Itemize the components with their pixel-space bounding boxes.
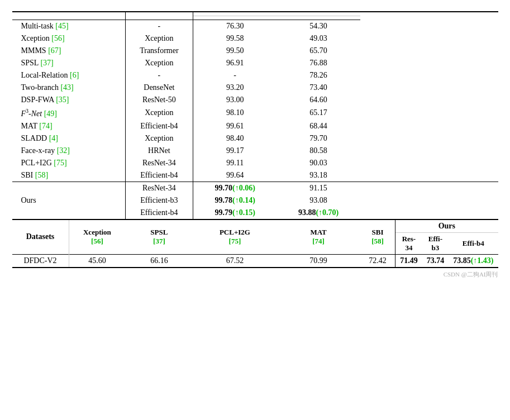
- table-row: DSP-FWA [35]ResNet-5093.0064.60: [12, 94, 498, 106]
- ff-cell: 99.58: [193, 32, 277, 45]
- ours-celeb-cell: 91.15: [277, 182, 360, 194]
- ff-cell: 98.10: [193, 106, 277, 120]
- bottom-value-cell: 45.60: [69, 254, 125, 268]
- ours-ff-cell: 99.78(↑0.14): [193, 194, 277, 207]
- method-header-1: SPSL[37]: [125, 219, 193, 255]
- ours-label: Ours: [12, 182, 126, 219]
- bottom-value-cell: 73.85(↑1.43): [449, 254, 498, 268]
- ours-ff-cell: 99.70(↑0.06): [193, 182, 277, 194]
- table-row: SPSL [37]Xception96.9176.88: [12, 57, 498, 69]
- bottom-value-cell: 73.74: [422, 254, 449, 268]
- backbone-cell: ResNet-34: [125, 157, 193, 169]
- ff-cell: 93.00: [193, 94, 277, 106]
- ours-row: OursResNet-3499.70(↑0.06)91.15: [12, 182, 498, 194]
- testset-header: [193, 12, 360, 16]
- celeb-cell: 93.18: [277, 169, 360, 182]
- model-cell: Face-x-ray [32]: [12, 145, 126, 157]
- ours-sub-header-2: Effi-b4: [449, 232, 498, 254]
- ours-body: OursResNet-3499.70(↑0.06)91.15Efficient-…: [12, 182, 498, 219]
- table-row: Local-Relation [6]--78.26: [12, 69, 498, 82]
- table-row: MMMS [67]Transformer99.5065.70: [12, 45, 498, 57]
- bottom-value-cell: 66.16: [125, 254, 193, 268]
- ours-celeb-cell: 93.08: [277, 194, 360, 207]
- backbone-cell: DenseNet: [125, 82, 193, 94]
- ours-backbone-cell: Efficient-b4: [125, 207, 193, 219]
- table-row: Xception [56]Xception99.5849.03: [12, 32, 498, 45]
- bottom-header-row1: DatasetsXception[56]SPSL[37]PCL+I2G[75]M…: [12, 219, 498, 233]
- model-cell: F3-Net [49]: [12, 106, 126, 120]
- ours-celeb-cell: 93.88(↑0.70): [277, 207, 360, 219]
- bottom-value-cell: 70.99: [277, 254, 360, 268]
- celeb-cell: 65.17: [277, 106, 360, 120]
- table-row: PCL+I2G [75]ResNet-3499.1190.03: [12, 157, 498, 169]
- ff-cell: 96.91: [193, 57, 277, 69]
- table-row: SBI [58]Efficient-b499.6493.18: [12, 169, 498, 182]
- bottom-value-cell: 71.49: [395, 254, 422, 268]
- bottom-body: DFDC-V245.6066.1667.5270.9972.4271.4973.…: [12, 254, 498, 268]
- backbone-cell: Transformer: [125, 45, 193, 57]
- table-row: Two-branch [43]DenseNet93.2073.40: [12, 82, 498, 94]
- ff-cell: 99.64: [193, 169, 277, 182]
- model-cell: Xception [56]: [12, 32, 126, 45]
- celeb-header: [277, 16, 360, 20]
- model-cell: DSP-FWA [35]: [12, 94, 126, 106]
- ff-cell: 99.11: [193, 157, 277, 169]
- backbone-cell: ResNet-50: [125, 94, 193, 106]
- backbone-cell: HRNet: [125, 145, 193, 157]
- main-body: Multi-task [45]-76.3054.30Xception [56]X…: [12, 20, 498, 182]
- backbone-cell: -: [125, 20, 193, 33]
- ff-cell: 99.61: [193, 120, 277, 132]
- ours-backbone-cell: Efficient-b3: [125, 194, 193, 207]
- backbone-cell: Xception: [125, 106, 193, 120]
- ours-sub-header-0: Res-34: [395, 232, 422, 254]
- backbone-cell: Efficient-b4: [125, 120, 193, 132]
- models-header: [12, 12, 126, 20]
- ff-cell: 76.30: [193, 20, 277, 33]
- celeb-cell: 80.58: [277, 145, 360, 157]
- ours-ff-cell: 99.79(↑0.15): [193, 207, 277, 219]
- celeb-cell: 73.40: [277, 82, 360, 94]
- backbone-cell: Efficient-b4: [125, 169, 193, 182]
- bottom-data-row: DFDC-V245.6066.1667.5270.9972.4271.4973.…: [12, 254, 498, 268]
- backbone-cell: Xception: [125, 132, 193, 145]
- main-table: Multi-task [45]-76.3054.30Xception [56]X…: [12, 11, 498, 268]
- backbone-cell: Xception: [125, 57, 193, 69]
- celeb-cell: 90.03: [277, 157, 360, 169]
- bottom-section: DatasetsXception[56]SPSL[37]PCL+I2G[75]M…: [12, 219, 498, 255]
- main-header: [12, 12, 498, 16]
- ours-sub-header-1: Effi-b3: [422, 232, 449, 254]
- ff-cell: -: [193, 69, 277, 82]
- celeb-cell: 78.26: [277, 69, 360, 82]
- ours-backbone-cell: ResNet-34: [125, 182, 193, 194]
- model-cell: MMMS [67]: [12, 45, 126, 57]
- model-cell: Multi-task [45]: [12, 20, 126, 33]
- ff-header: [193, 16, 277, 20]
- method-header-4: SBI[58]: [360, 219, 395, 255]
- bottom-value-cell: 72.42: [360, 254, 395, 268]
- model-cell: Local-Relation [6]: [12, 69, 126, 82]
- watermark: CSDN @二狗AI周刊: [12, 270, 498, 279]
- model-cell: SLADD [4]: [12, 132, 126, 145]
- ff-cell: 98.40: [193, 132, 277, 145]
- celeb-cell: 49.03: [277, 32, 360, 45]
- table-row: SLADD [4]Xception98.4079.70: [12, 132, 498, 145]
- celeb-cell: 76.88: [277, 57, 360, 69]
- method-header-2: PCL+I2G[75]: [193, 219, 277, 255]
- celeb-cell: 64.60: [277, 94, 360, 106]
- table-row: F3-Net [49]Xception98.1065.17: [12, 106, 498, 120]
- celeb-cell: 54.30: [277, 20, 360, 33]
- ours-bottom-header: Ours: [395, 219, 498, 233]
- dataset-cell: DFDC-V2: [12, 254, 69, 268]
- method-header-0: Xception[56]: [69, 219, 125, 255]
- celeb-cell: 65.70: [277, 45, 360, 57]
- table-row: Face-x-ray [32]HRNet99.1780.58: [12, 145, 498, 157]
- celeb-cell: 68.44: [277, 120, 360, 132]
- backbones-header: [125, 12, 193, 20]
- table-row: MAT [74]Efficient-b499.6168.44: [12, 120, 498, 132]
- ff-cell: 93.20: [193, 82, 277, 94]
- method-header-3: MAT[74]: [277, 219, 360, 255]
- backbone-cell: Xception: [125, 32, 193, 45]
- model-cell: Two-branch [43]: [12, 82, 126, 94]
- datasets-header: Datasets: [12, 219, 69, 255]
- model-cell: MAT [74]: [12, 120, 126, 132]
